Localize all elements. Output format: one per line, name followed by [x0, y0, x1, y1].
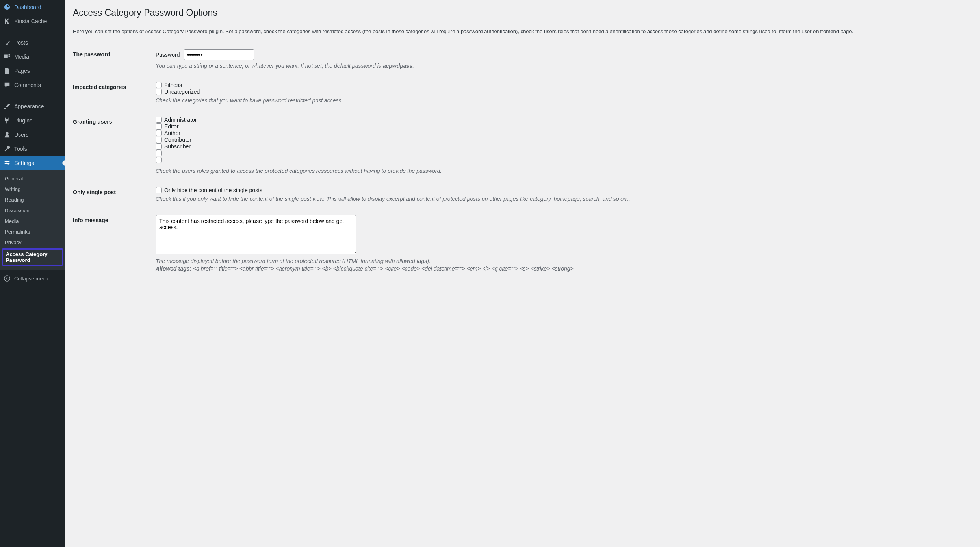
- sidebar-item-label: Tools: [14, 146, 27, 152]
- info-description: The message displayed before the passwor…: [156, 257, 968, 265]
- collapse-menu[interactable]: Collapse menu: [0, 271, 65, 286]
- password-label: Password: [156, 52, 180, 58]
- sidebar-item-label: Users: [14, 132, 29, 138]
- media-icon: [3, 53, 11, 61]
- collapse-label: Collapse menu: [14, 276, 48, 282]
- sidebar-item-label: Posts: [14, 39, 28, 46]
- sidebar-item-users[interactable]: Users: [0, 128, 65, 142]
- submenu-general[interactable]: General: [0, 173, 65, 184]
- category-row: Uncategorized: [156, 89, 968, 95]
- password-heading: The password: [73, 43, 152, 76]
- user-row: Contributor: [156, 137, 968, 143]
- single-label: Only hide the content of the single post…: [164, 187, 262, 193]
- kinsta-icon: [3, 17, 11, 25]
- category-label: Fitness: [164, 82, 182, 88]
- sidebar-item-label: Dashboard: [14, 4, 41, 10]
- sidebar-item-pages[interactable]: Pages: [0, 64, 65, 78]
- sidebar-item-tools[interactable]: Tools: [0, 142, 65, 156]
- wrench-icon: [3, 145, 11, 153]
- category-row: Fitness: [156, 82, 968, 88]
- info-message-textarea[interactable]: This content has restricted access, plea…: [156, 215, 356, 254]
- sidebar-item-posts[interactable]: Posts: [0, 35, 65, 50]
- comment-icon: [3, 81, 11, 89]
- settings-form: The password Password You can type a str…: [73, 43, 972, 278]
- admin-sidebar: Dashboard Kinsta Cache Posts Media Pages…: [0, 0, 65, 547]
- pin-icon: [3, 39, 11, 46]
- sidebar-item-appearance[interactable]: Appearance: [0, 99, 65, 113]
- sidebar-item-label: Settings: [14, 160, 34, 166]
- submenu-privacy[interactable]: Privacy: [0, 237, 65, 248]
- category-checkbox-uncategorized[interactable]: [156, 89, 162, 95]
- category-label: Uncategorized: [164, 89, 200, 95]
- main-content: Access Category Password Options Here yo…: [65, 0, 980, 547]
- sidebar-item-settings[interactable]: Settings: [0, 156, 65, 170]
- users-description: Check the users roles granted to access …: [156, 167, 968, 175]
- dashboard-icon: [3, 3, 11, 11]
- sidebar-item-label: Media: [14, 54, 29, 60]
- brush-icon: [3, 102, 11, 110]
- user-row: [156, 150, 968, 156]
- password-input[interactable]: [184, 49, 254, 60]
- user-label: Subscriber: [164, 143, 191, 150]
- category-checkbox-fitness[interactable]: [156, 82, 162, 88]
- pages-icon: [3, 67, 11, 75]
- user-checkbox-subscriber[interactable]: [156, 143, 162, 150]
- settings-submenu: General Writing Reading Discussion Media…: [0, 170, 65, 270]
- single-row: Only hide the content of the single post…: [156, 187, 968, 193]
- user-checkbox-empty-1[interactable]: [156, 150, 162, 156]
- user-label: Author: [164, 130, 180, 136]
- single-checkbox[interactable]: [156, 187, 162, 193]
- password-description: You can type a string or a sentence, or …: [156, 62, 968, 70]
- intro-text: Here you can set the options of Access C…: [73, 28, 972, 35]
- user-checkbox-author[interactable]: [156, 130, 162, 136]
- user-icon: [3, 131, 11, 139]
- sidebar-item-plugins[interactable]: Plugins: [0, 113, 65, 128]
- single-description: Check this if you only want to hide the …: [156, 195, 968, 203]
- allowed-tags: Allowed tags: <a href="" title=""> <abbr…: [156, 265, 968, 272]
- submenu-media[interactable]: Media: [0, 216, 65, 226]
- sidebar-item-comments[interactable]: Comments: [0, 78, 65, 92]
- user-row: Author: [156, 130, 968, 136]
- sidebar-item-dashboard[interactable]: Dashboard: [0, 0, 65, 14]
- sidebar-item-label: Plugins: [14, 117, 32, 124]
- sidebar-item-kinsta-cache[interactable]: Kinsta Cache: [0, 14, 65, 28]
- categories-description: Check the categories that you want to ha…: [156, 96, 968, 105]
- single-heading: Only single post: [73, 181, 152, 209]
- user-checkbox-contributor[interactable]: [156, 137, 162, 143]
- user-label: Contributor: [164, 137, 191, 143]
- submenu-writing[interactable]: Writing: [0, 184, 65, 195]
- collapse-icon: [3, 274, 11, 282]
- sidebar-item-label: Pages: [14, 68, 30, 74]
- sidebar-item-label: Kinsta Cache: [14, 18, 47, 24]
- user-label: Administrator: [164, 117, 197, 123]
- sidebar-item-label: Appearance: [14, 103, 44, 109]
- info-heading: Info message: [73, 209, 152, 278]
- submenu-access-category-password[interactable]: Access Category Password: [2, 248, 63, 266]
- user-row: [156, 157, 968, 163]
- svg-point-0: [4, 276, 10, 281]
- sidebar-item-media[interactable]: Media: [0, 50, 65, 64]
- user-checkbox-administrator[interactable]: [156, 117, 162, 123]
- submenu-permalinks[interactable]: Permalinks: [0, 226, 65, 237]
- submenu-discussion[interactable]: Discussion: [0, 205, 65, 216]
- plug-icon: [3, 117, 11, 124]
- sliders-icon: [3, 159, 11, 167]
- page-title: Access Category Password Options: [73, 4, 972, 20]
- user-row: Subscriber: [156, 143, 968, 150]
- sidebar-item-label: Comments: [14, 82, 41, 88]
- user-row: Administrator: [156, 117, 968, 123]
- users-heading: Granting users: [73, 111, 152, 181]
- categories-heading: Impacted categories: [73, 76, 152, 111]
- submenu-reading[interactable]: Reading: [0, 195, 65, 205]
- user-checkbox-empty-2[interactable]: [156, 157, 162, 163]
- user-row: Editor: [156, 123, 968, 130]
- user-checkbox-editor[interactable]: [156, 123, 162, 130]
- user-label: Editor: [164, 123, 179, 130]
